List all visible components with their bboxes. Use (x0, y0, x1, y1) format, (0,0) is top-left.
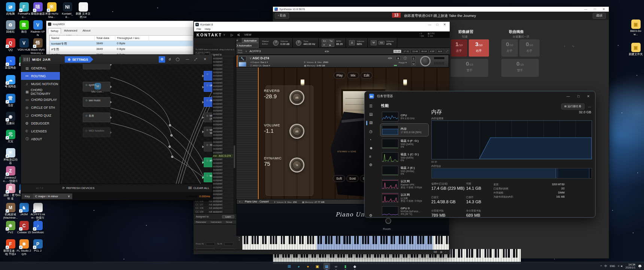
sidebar-item-routing[interactable]: ⚯ROUTING (21, 72, 60, 80)
cc-row[interactable]: CC 107not assigned (195, 203, 233, 206)
routing-node-source[interactable]: ⊙see music (83, 97, 110, 107)
desktop-icon-baidu-pan[interactable]: ◔↗百度网盘 (3, 56, 18, 70)
page-arrows[interactable]: ◀ ▶ (325, 50, 329, 53)
desktop-icon-zzz[interactable]: Z↗ZenlessZo... - 快捷方式 (3, 166, 18, 186)
power-icon[interactable]: ◯ (174, 56, 181, 63)
midi-port-row[interactable]: kontakt专用38490 Byte (50, 41, 193, 46)
wrench-icon[interactable]: 🔧 (239, 56, 246, 61)
rewind-button[interactable]: ⏮ (322, 43, 328, 47)
sidebar-item-general[interactable]: ▤GENERAL (21, 64, 60, 72)
desktop-icon-baomiao[interactable]: 喵↗暴喵加速器 (30, 2, 45, 16)
library-icon[interactable]: ⑆ (238, 33, 240, 37)
perf-entry-cpu[interactable]: CPU8% 3.93 GHz (380, 110, 428, 123)
rail-services-icon[interactable]: ⚙ (369, 163, 373, 167)
instrument-name[interactable]: ∨ AGC D-274 (249, 56, 269, 60)
pedal-soft[interactable]: Soft (333, 175, 345, 182)
routing-node-dest[interactable]: ⊙kontakt专用 (204, 172, 212, 182)
synthesia-window-buttons[interactable]: —□✕ (584, 8, 609, 11)
notification-bell-icon[interactable] (638, 264, 642, 268)
rail-details-icon[interactable]: ≡ (369, 154, 371, 159)
minimize-icon[interactable]: — (184, 56, 191, 63)
perf-tab-edit[interactable]: Edit (361, 72, 373, 79)
minimize-icon[interactable]: — (566, 94, 570, 98)
kontakt-logo-caret[interactable]: ∨ (223, 33, 225, 36)
desktop-icon-formatfactory[interactable]: F↗FormatFac... (16, 2, 31, 19)
routing-node-dest[interactable]: ⊙Microsoft GS Wavetable Synth (204, 127, 212, 136)
desktop-icon-fl-studio[interactable]: ❋↗FL Studio 2025 (16, 239, 31, 256)
kontakt-logo[interactable]: KONTAKT (197, 33, 222, 37)
bank-ksp[interactable]: KSP (429, 50, 436, 53)
desktop-icon-wechat[interactable]: 微微信 (16, 20, 31, 34)
tab-automation[interactable]: Automation (242, 38, 259, 43)
settings-gear-icon[interactable]: ⚙ (159, 56, 165, 63)
desktop-icon-forza[interactable]: F↗极限竞速：地 平线4 (3, 239, 18, 256)
routing-node-source[interactable]: ⊙备用 (83, 112, 110, 122)
taskbar-icon-start[interactable]: ⊞ (286, 263, 293, 270)
multi-caret[interactable]: ∨ (245, 50, 247, 53)
instrument-icon[interactable] (239, 62, 246, 67)
bank-33-48[interactable]: 33-48 (411, 50, 419, 53)
sidebar-item-chord-dictionary[interactable]: ▦CHORD DICTIONARY (21, 88, 60, 96)
desktop-icon-folder[interactable]: ▣新建文件夹 (628, 43, 643, 56)
volume-knob[interactable]: dB (289, 124, 304, 139)
hidden-icons-chevron[interactable]: ^ (601, 264, 602, 268)
desktop-icon-text-file[interactable]: ≡新建 文本文 档.txt (76, 2, 91, 19)
info-icon[interactable]: ⓘ (404, 56, 407, 60)
perf-tab-mix[interactable]: Mix (347, 72, 359, 79)
kontakt-menubar[interactable]: FileHelp (194, 27, 450, 32)
rail-users-icon[interactable]: ☻ (369, 146, 373, 150)
desktop-icon-folder[interactable]: ▣B823-Dow... (628, 20, 643, 36)
close-icon[interactable]: ✕ (443, 23, 446, 26)
play-button[interactable]: ▶ (328, 43, 334, 47)
menu-file[interactable]: File (197, 27, 201, 31)
perf-entry-flat[interactable]: 磁盘 2 (E:)SSD (NVMe)0% (380, 164, 428, 177)
routing-canvas[interactable]: ⊙⊙synthe⊙see music⊙备用⊙MIDI function⊙⊙cir… (60, 64, 212, 184)
tm-window-buttons[interactable]: —□✕ (566, 94, 595, 98)
perf-entry-disk[interactable]: 磁盘 1 (C: D:)SSD (SATA)0% (380, 151, 428, 163)
sidebar-item-circle-of-5th[interactable]: ◎CIRCLE OF 5TH (21, 104, 60, 111)
ext-sync-button[interactable]: Ext (322, 39, 328, 43)
score-card[interactable]: 1/10左手 (451, 39, 467, 57)
tm-titlebar[interactable]: 任务管理器 —□✕ (365, 92, 595, 101)
clock[interactable]: 14:342026/1/1 (626, 263, 635, 269)
perf-tab-play[interactable]: Play (334, 72, 346, 79)
status-icon[interactable]: ⫶ (445, 250, 446, 254)
instrument-volume-knob[interactable] (420, 56, 431, 66)
desktop-icon-mihoyo-launcher[interactable]: 米↗米哈游启动器 (3, 148, 18, 165)
continue-button[interactable]: 繼續 (593, 13, 606, 19)
bank-aux[interactable]: AUX (436, 50, 444, 53)
bank-01-16[interactable]: 01-16 (393, 50, 402, 53)
status-icon[interactable]: ▦ (440, 250, 442, 254)
keyboard-scroll-controls[interactable]: ▴▾ (236, 236, 242, 250)
settings-banner[interactable]: ⚙SETTINGS (65, 56, 93, 63)
dynamic-knob[interactable]: % (289, 158, 304, 172)
desktop-icon-ni-installer[interactable]: NIKontakt_8... (60, 2, 75, 19)
desktop-icon-recycle-bin[interactable]: ♻回收站 (3, 20, 18, 34)
menu-help[interactable]: Help (205, 27, 210, 31)
taskbar-icon-kontakt[interactable]: ◆ (352, 263, 358, 270)
perf-entry-flat[interactable]: 磁盘 0 (F: G:)SSD (SATA)0% (380, 137, 428, 150)
taskbar-icon-loopmidi[interactable]: ∞ (333, 263, 340, 270)
kontakt-window-buttons[interactable]: —□✕ (428, 23, 448, 26)
network-volume-icons[interactable]: ≈ ◄ (618, 264, 623, 268)
sidebar-item-debugger[interactable]: ❂DEBUGGER (21, 119, 60, 127)
more-options-icon[interactable]: … (588, 104, 591, 108)
desktop-icon-yuanbao[interactable]: 元↗元宝 (3, 130, 18, 143)
midi-warning-icons[interactable]: ! ∿ (564, 45, 577, 48)
desktop-icon-pvz[interactable]: ❀↗PVZ (3, 221, 18, 234)
routing-node-dest[interactable]: ⊙MIDIOUT2 (X6III) (204, 112, 212, 122)
sidebar-item-chord-display[interactable]: ▭CHORD DISPLAY (21, 96, 60, 104)
maximize-icon[interactable]: □ (577, 94, 579, 98)
pin-icon[interactable]: ☌ (167, 56, 173, 63)
perf-entry-mem[interactable]: 内存17.8/31.8 GB (56%) (380, 124, 428, 136)
master-volume-knob[interactable] (273, 40, 279, 46)
score-card-both-hands[interactable]: 0/15雙手 (501, 59, 539, 77)
taskbar-icon-edge[interactable]: ◕ (295, 263, 302, 270)
routing-node-dest[interactable]: ⊙ (204, 71, 212, 81)
purge-button[interactable]: Purge ▾ (399, 61, 407, 64)
routing-node-source[interactable]: ⊙MIDI function (83, 128, 110, 137)
routing-node-dest[interactable]: ⊙X6III (204, 142, 212, 152)
sidebar-item-licenses[interactable]: ©LICENSES (21, 127, 60, 135)
refresh-devices-button[interactable]: ⟳REFRESH DEVICES (62, 186, 94, 190)
to-field[interactable] (224, 243, 233, 246)
